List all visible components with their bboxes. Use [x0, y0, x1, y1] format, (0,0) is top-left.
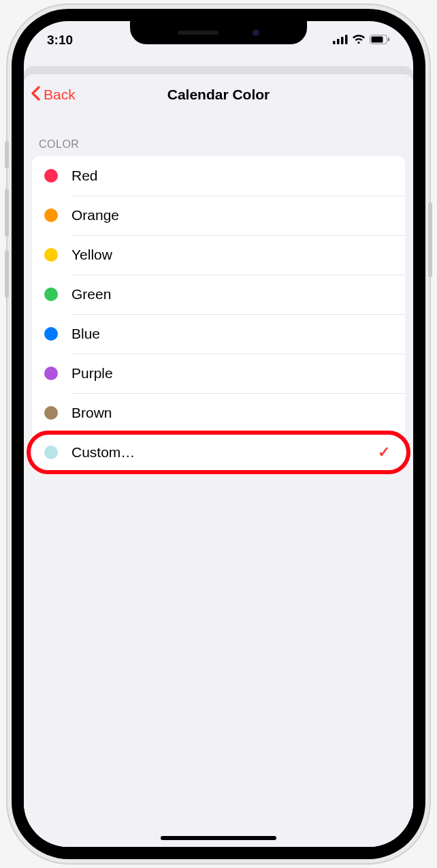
front-camera	[253, 29, 259, 36]
mute-switch	[5, 141, 9, 168]
color-row-yellow[interactable]: Yellow	[32, 235, 405, 275]
color-label: Brown	[71, 405, 393, 421]
color-swatch	[44, 327, 58, 341]
color-swatch	[44, 446, 58, 459]
color-row-purple[interactable]: Purple	[32, 354, 405, 393]
color-swatch	[44, 169, 58, 183]
side-button	[428, 202, 432, 277]
color-row-blue[interactable]: Blue	[32, 314, 405, 354]
status-right	[333, 33, 390, 48]
color-label: Custom…	[71, 444, 378, 461]
chevron-left-icon	[31, 86, 41, 104]
cellular-icon	[333, 33, 348, 48]
svg-rect-0	[333, 41, 336, 44]
page-title: Calendar Color	[24, 87, 413, 103]
color-label: Blue	[71, 326, 393, 342]
color-row-custom[interactable]: Custom…✓	[32, 433, 405, 472]
svg-rect-5	[372, 37, 383, 43]
phone-body: 3:10	[12, 9, 425, 859]
volume-up-button	[5, 189, 9, 236]
color-row-brown[interactable]: Brown	[32, 393, 405, 433]
home-indicator[interactable]	[161, 836, 276, 840]
wifi-icon	[352, 33, 366, 48]
volume-down-button	[5, 250, 9, 298]
color-swatch	[44, 406, 58, 420]
color-swatch	[44, 288, 58, 301]
svg-rect-2	[341, 37, 344, 44]
screen: 3:10	[24, 21, 413, 847]
color-swatch	[44, 248, 58, 262]
color-list: RedOrangeYellowGreenBluePurpleBrownCusto…	[32, 156, 405, 472]
back-label: Back	[44, 87, 76, 103]
phone-frame: 3:10	[7, 5, 430, 863]
color-label: Red	[71, 168, 393, 184]
color-swatch	[44, 367, 58, 380]
color-label: Orange	[71, 207, 393, 223]
nav-bar: Back Calendar Color	[24, 74, 413, 115]
color-label: Green	[71, 286, 393, 303]
svg-rect-6	[388, 38, 389, 42]
color-label: Purple	[71, 365, 393, 382]
color-label: Yellow	[71, 247, 393, 263]
notch	[130, 21, 307, 44]
section-header-color: COLOR	[24, 115, 413, 156]
color-row-orange[interactable]: Orange	[32, 196, 405, 235]
svg-rect-3	[345, 35, 348, 44]
status-time: 3:10	[47, 33, 73, 48]
color-row-green[interactable]: Green	[32, 275, 405, 314]
svg-rect-1	[337, 39, 340, 44]
color-swatch	[44, 208, 58, 222]
earpiece	[178, 31, 218, 35]
checkmark-icon: ✓	[378, 444, 390, 461]
modal-sheet: Back Calendar Color COLOR RedOrangeYello…	[24, 74, 413, 847]
color-row-red[interactable]: Red	[32, 156, 405, 196]
back-button[interactable]: Back	[24, 86, 76, 104]
battery-icon	[370, 33, 390, 48]
